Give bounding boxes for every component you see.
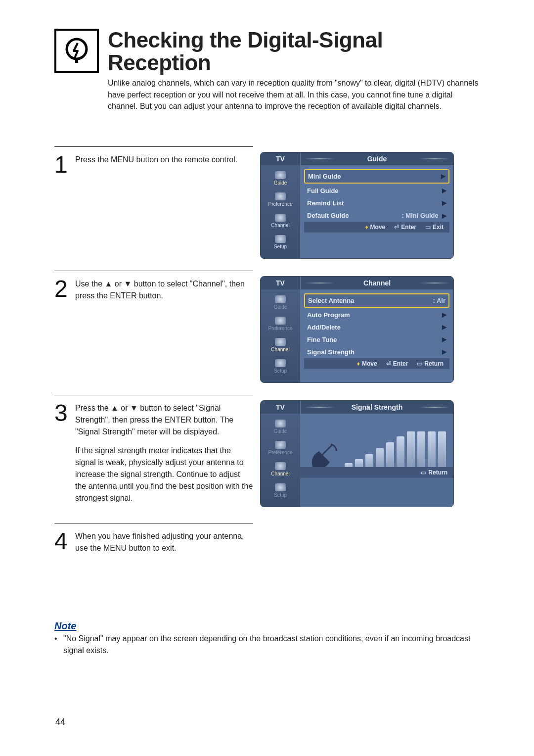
osd-guide-screenshot: TV Guide Guide Preference Channel Setup … [260, 152, 454, 259]
chevron-right-icon: ▶ [442, 199, 446, 206]
osd-footer-move: ♦Move [357, 360, 377, 367]
osd-row-signal-strength: Signal Strength▶ [304, 346, 449, 358]
osd-side-preference: Preference [261, 439, 300, 460]
step-text-3: Press the ▲ or ▼ button to select "Signa… [75, 400, 253, 511]
osd-side-setup: Setup [261, 357, 300, 378]
osd-signal-strength-screenshot: TV Signal Strength Guide Preference Chan… [260, 400, 454, 507]
osd-side-guide: Guide [261, 169, 300, 190]
osd-row-fine-tune: Fine Tune▶ [304, 333, 449, 346]
osd-side-channel: Channel [261, 460, 300, 481]
note-body: "No Signal" may appear on the screen dep… [54, 633, 480, 657]
osd-footer-exit: ▭Exit [425, 224, 444, 231]
exit-icon: ▭ [425, 224, 431, 231]
step-text-2: Use the ▲ or ▼ button to select "Channel… [75, 276, 253, 309]
page-subtitle: Unlike analog channels, which can vary i… [108, 77, 480, 112]
step-number-1: 1 [54, 152, 68, 175]
chevron-right-icon: ▶ [442, 348, 446, 355]
osd-side-guide: Guide [261, 293, 300, 315]
enter-icon: ⏎ [394, 224, 399, 231]
osd-side-preference: Preference [261, 315, 300, 336]
osd-footer-return: ▭Return [417, 360, 444, 367]
step-number-3: 3 [54, 400, 68, 424]
step-number-2: 2 [54, 276, 68, 299]
note-title: Note [54, 620, 480, 632]
osd-channel-screenshot: TV Channel Guide Preference Channel Setu… [260, 276, 454, 383]
svg-line-1 [322, 445, 332, 455]
osd-side-channel: Channel [261, 336, 300, 357]
osd-guide-title: Guide [301, 152, 453, 165]
osd-footer-enter: ⏎Enter [386, 360, 408, 367]
enter-icon: ⏎ [386, 360, 391, 367]
osd-side-channel: Channel [261, 212, 300, 233]
osd-footer-enter: ⏎Enter [394, 224, 416, 231]
osd-channel-title: Channel [301, 277, 453, 289]
page-title: Checking the Digital-Signal Reception [108, 29, 480, 74]
osd-tv-label: TV [261, 277, 301, 289]
osd-side-preference: Preference [261, 190, 300, 212]
osd-side-setup: Setup [261, 481, 300, 503]
osd-row-mini-guide: Mini Guide▶ [304, 169, 449, 184]
return-icon: ▭ [417, 360, 422, 367]
chevron-right-icon: ▶ [442, 212, 446, 219]
return-icon: ▭ [421, 469, 426, 476]
page-number: 44 [55, 717, 65, 727]
lightbulb-icon [62, 36, 91, 66]
osd-row-default-guide: Default Guide: Mini Guide ▶ [304, 209, 449, 222]
chevron-right-icon: ▶ [442, 187, 446, 194]
step-text-4: When you have finished adjusting your an… [75, 528, 253, 561]
signal-bars [345, 431, 446, 471]
osd-row-full-guide: Full Guide▶ [304, 185, 449, 197]
chevron-right-icon: ▶ [442, 336, 446, 343]
chevron-right-icon: ▶ [441, 173, 445, 180]
move-icon: ♦ [365, 224, 368, 231]
step-text-1: Press the MENU button on the remote cont… [75, 152, 253, 173]
osd-row-select-antenna: Select Antenna: Air [304, 293, 449, 308]
chevron-right-icon: ▶ [442, 324, 446, 331]
hero-bulb-icon [54, 29, 99, 73]
svg-point-0 [67, 39, 87, 59]
osd-row-add-delete: Add/Delete▶ [304, 321, 449, 333]
note-block: Note "No Signal" may appear on the scree… [54, 620, 480, 657]
step-number-4: 4 [54, 528, 68, 552]
osd-tv-label: TV [261, 152, 301, 165]
osd-row-auto-program: Auto Program▶ [304, 309, 449, 321]
move-icon: ♦ [357, 360, 360, 367]
osd-tv-label: TV [261, 401, 301, 414]
osd-signal-title: Signal Strength [301, 401, 453, 414]
osd-side-guide: Guide [261, 418, 300, 439]
osd-footer-move: ♦Move [365, 224, 385, 231]
osd-row-remind-list: Remind List▶ [304, 197, 449, 209]
osd-side-setup: Setup [261, 233, 300, 254]
osd-footer-return: ▭Return [421, 469, 447, 476]
chevron-right-icon: ▶ [442, 311, 446, 318]
